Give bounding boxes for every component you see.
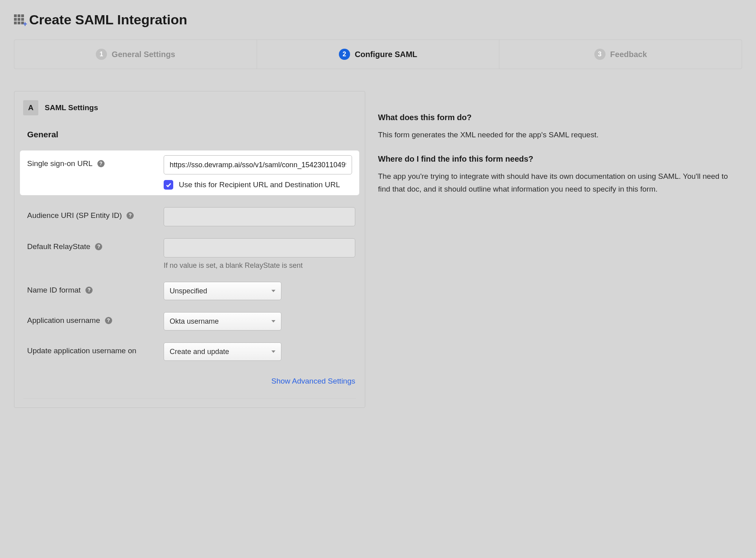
sso-url-row: Single sign-on URL ? Use this for Recipi… [20, 150, 359, 195]
section-letter: A [23, 100, 38, 115]
use-for-recipient-checkbox[interactable] [164, 180, 173, 190]
step-label-2: Configure SAML [355, 50, 418, 59]
relay-label: Default RelayState [27, 242, 90, 251]
relay-input[interactable] [164, 238, 355, 257]
wizard-step-configure-saml[interactable]: 2 Configure SAML [257, 40, 500, 69]
saml-settings-panel: A SAML Settings General Single sign-on U… [14, 91, 365, 408]
nameid-value: Unspecified [170, 287, 207, 295]
divider [23, 398, 356, 399]
wizard-steps: 1 General Settings 2 Configure SAML 3 Fe… [14, 40, 742, 69]
help-icon[interactable]: ? [85, 287, 93, 294]
chevron-down-icon [271, 320, 275, 323]
help-q1-title: What does this form do? [378, 113, 742, 122]
subsection-general: General [23, 130, 356, 139]
help-icon[interactable]: ? [97, 160, 105, 167]
update-on-select[interactable]: Create and update [164, 342, 281, 361]
check-icon [166, 182, 172, 188]
help-icon[interactable]: ? [127, 212, 134, 219]
update-on-value: Create and update [170, 348, 229, 356]
sso-url-label: Single sign-on URL [27, 159, 93, 168]
update-on-label: Update application username on [27, 346, 137, 355]
step-number-1: 1 [96, 49, 107, 60]
nameid-select[interactable]: Unspecified [164, 282, 281, 300]
step-number-3: 3 [594, 49, 606, 60]
help-icon[interactable]: ? [105, 317, 112, 324]
wizard-step-general[interactable]: 1 General Settings [14, 40, 257, 69]
app-grid-icon: + [14, 14, 25, 26]
step-label-3: Feedback [610, 50, 647, 59]
step-label-1: General Settings [112, 50, 175, 59]
help-q2-body: The app you're trying to integrate with … [378, 170, 742, 195]
chevron-down-icon [271, 350, 275, 353]
section-title: SAML Settings [45, 103, 98, 112]
wizard-step-feedback[interactable]: 3 Feedback [499, 40, 742, 69]
help-q2-title: Where do I find the info this form needs… [378, 154, 742, 164]
sso-url-input[interactable] [164, 155, 352, 174]
audience-label: Audience URI (SP Entity ID) [27, 211, 122, 220]
relay-hint: If no value is set, a blank RelayState i… [164, 261, 356, 270]
help-q1-body: This form generates the XML needed for t… [378, 129, 742, 141]
audience-input[interactable] [164, 207, 355, 226]
chevron-down-icon [271, 290, 275, 292]
app-username-value: Okta username [170, 317, 219, 326]
step-number-2: 2 [339, 49, 350, 60]
show-advanced-link[interactable]: Show Advanced Settings [271, 377, 355, 385]
use-for-recipient-label: Use this for Recipient URL and Destinati… [179, 180, 340, 189]
page-title: Create SAML Integration [29, 12, 187, 28]
nameid-label: Name ID format [27, 286, 81, 295]
app-username-select[interactable]: Okta username [164, 312, 281, 330]
app-username-label: Application username [27, 316, 100, 325]
help-icon[interactable]: ? [95, 243, 102, 250]
help-sidebar: What does this form do? This form genera… [378, 91, 742, 209]
